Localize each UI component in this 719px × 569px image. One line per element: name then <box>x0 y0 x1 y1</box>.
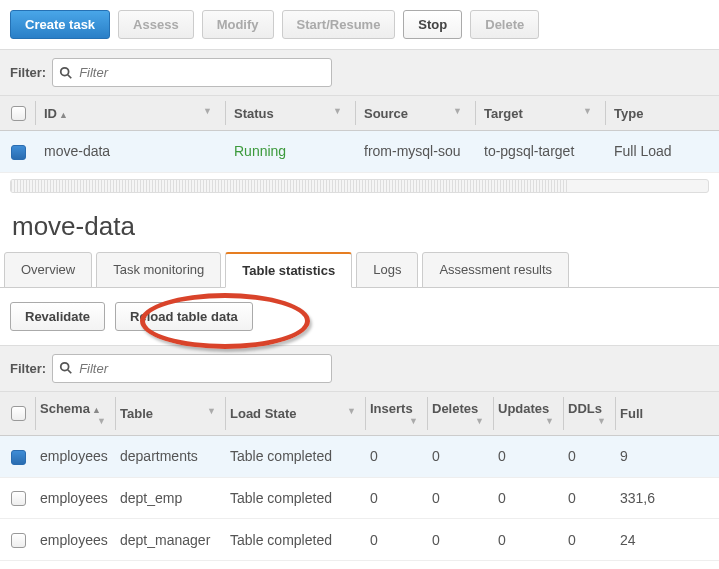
tasks-filter-input[interactable] <box>52 58 332 87</box>
cell-schema: employees <box>36 435 116 477</box>
select-all-checkbox[interactable] <box>11 406 26 421</box>
cell-load-state: Table completed <box>226 519 366 561</box>
detail-tabs: Overview Task monitoring Table statistic… <box>0 252 719 288</box>
stats-toolbar: Revalidate Reload table data <box>0 288 719 345</box>
tab-monitoring[interactable]: Task monitoring <box>96 252 221 288</box>
cell-ddls: 0 <box>564 435 616 477</box>
table-row[interactable]: employees dept_manager Table completed 0… <box>0 519 719 561</box>
cell-updates: 0 <box>494 477 564 519</box>
chevron-down-icon[interactable]: ▼ <box>347 406 356 416</box>
row-checkbox[interactable] <box>11 450 26 465</box>
cell-full: 331,6 <box>616 477 719 519</box>
cell-ddls: 0 <box>564 477 616 519</box>
col-full[interactable]: Full <box>620 406 643 421</box>
filter-label: Filter: <box>10 361 46 376</box>
col-load-state[interactable]: Load State <box>230 406 296 421</box>
tab-overview[interactable]: Overview <box>4 252 92 288</box>
col-status[interactable]: Status <box>234 106 274 121</box>
chevron-down-icon[interactable]: ▼ <box>207 406 216 416</box>
cell-updates: 0 <box>494 519 564 561</box>
sort-asc-icon: ▲ <box>92 405 101 415</box>
tab-assessment[interactable]: Assessment results <box>422 252 569 288</box>
chevron-down-icon[interactable]: ▼ <box>409 416 418 426</box>
cell-full: 9 <box>616 435 719 477</box>
cell-schema: employees <box>36 519 116 561</box>
assess-button: Assess <box>118 10 194 39</box>
table-row[interactable]: employees dept_emp Table completed 0 0 0… <box>0 477 719 519</box>
cell-inserts: 0 <box>366 477 428 519</box>
reload-table-data-button[interactable]: Reload table data <box>115 302 253 331</box>
table-row[interactable]: employees departments Table completed 0 … <box>0 435 719 477</box>
cell-table: dept_emp <box>116 477 226 519</box>
cell-id: move-data <box>36 131 226 173</box>
col-ddls[interactable]: DDLs <box>568 401 602 416</box>
col-inserts[interactable]: Inserts <box>370 401 413 416</box>
tasks-filter-bar: Filter: <box>0 49 719 96</box>
main-toolbar: Create task Assess Modify Start/Resume S… <box>0 0 719 49</box>
chevron-down-icon[interactable]: ▼ <box>597 416 606 426</box>
chevron-down-icon[interactable]: ▼ <box>583 106 592 116</box>
cell-table: dept_manager <box>116 519 226 561</box>
cell-schema: employees <box>36 477 116 519</box>
select-all-checkbox[interactable] <box>11 106 26 121</box>
detail-title: move-data <box>0 197 719 252</box>
stats-filter-input[interactable] <box>52 354 332 383</box>
stop-button[interactable]: Stop <box>403 10 462 39</box>
chevron-down-icon[interactable]: ▼ <box>545 416 554 426</box>
row-checkbox[interactable] <box>11 145 26 160</box>
chevron-down-icon[interactable]: ▼ <box>203 106 212 116</box>
cell-full: 24 <box>616 519 719 561</box>
chevron-down-icon[interactable]: ▼ <box>333 106 342 116</box>
cell-deletes: 0 <box>428 435 494 477</box>
col-schema[interactable]: Schema <box>40 401 90 416</box>
cell-updates: 0 <box>494 435 564 477</box>
cell-status: Running <box>226 131 356 173</box>
cell-type: Full Load <box>606 131 719 173</box>
cell-load-state: Table completed <box>226 435 366 477</box>
cell-deletes: 0 <box>428 477 494 519</box>
cell-inserts: 0 <box>366 435 428 477</box>
row-checkbox[interactable] <box>11 533 26 548</box>
col-id[interactable]: ID <box>44 106 57 121</box>
col-table[interactable]: Table <box>120 406 153 421</box>
cell-inserts: 0 <box>366 519 428 561</box>
tab-table-statistics[interactable]: Table statistics <box>225 252 352 288</box>
chevron-down-icon[interactable]: ▼ <box>475 416 484 426</box>
row-checkbox[interactable] <box>11 491 26 506</box>
stats-filter-bar: Filter: <box>0 345 719 392</box>
cell-table: departments <box>116 435 226 477</box>
stats-table: Schema▲▼ Table▼ Load State▼ Inserts▼ Del… <box>0 392 719 561</box>
col-target[interactable]: Target <box>484 106 523 121</box>
horizontal-scrollbar[interactable] <box>10 179 709 193</box>
tasks-table: ID▲▼ Status▼ Source▼ Target▼ Type move-d… <box>0 96 719 173</box>
sort-asc-icon: ▲ <box>59 110 68 120</box>
cell-deletes: 0 <box>428 519 494 561</box>
cell-ddls: 0 <box>564 519 616 561</box>
col-type[interactable]: Type <box>614 106 643 121</box>
cell-target: to-pgsql-target <box>476 131 606 173</box>
filter-label: Filter: <box>10 65 46 80</box>
start-resume-button: Start/Resume <box>282 10 396 39</box>
col-updates[interactable]: Updates <box>498 401 549 416</box>
cell-source: from-mysql-sou <box>356 131 476 173</box>
revalidate-button[interactable]: Revalidate <box>10 302 105 331</box>
col-source[interactable]: Source <box>364 106 408 121</box>
create-task-button[interactable]: Create task <box>10 10 110 39</box>
modify-button: Modify <box>202 10 274 39</box>
delete-button: Delete <box>470 10 539 39</box>
table-row[interactable]: move-data Running from-mysql-sou to-pgsq… <box>0 131 719 173</box>
col-deletes[interactable]: Deletes <box>432 401 478 416</box>
chevron-down-icon[interactable]: ▼ <box>97 416 106 426</box>
tab-logs[interactable]: Logs <box>356 252 418 288</box>
cell-load-state: Table completed <box>226 477 366 519</box>
chevron-down-icon[interactable]: ▼ <box>453 106 462 116</box>
